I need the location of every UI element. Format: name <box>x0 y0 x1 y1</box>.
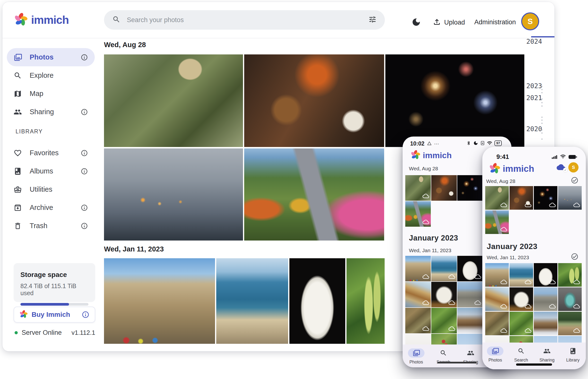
sidebar-item-archive[interactable]: Archive <box>7 199 95 217</box>
timeline-year-2023[interactable]: 2023 <box>526 82 542 90</box>
cloud-backup-icon <box>573 303 580 310</box>
sidebar-item-favorites[interactable]: Favorites <box>7 144 95 162</box>
photo-bust[interactable] <box>457 256 483 281</box>
photo-monkeys[interactable] <box>104 54 243 147</box>
photo-beach[interactable] <box>485 287 509 311</box>
cloud-icon <box>475 299 481 306</box>
sidebar-item-photos[interactable]: Photos <box>7 48 95 66</box>
photo-beach[interactable] <box>405 282 431 307</box>
nav-item-photos[interactable]: Photos <box>403 348 430 365</box>
photo-monkeys[interactable] <box>485 186 509 210</box>
photo-plant[interactable] <box>558 263 582 287</box>
photo-lizard2[interactable] <box>431 308 457 333</box>
photo-church[interactable] <box>534 312 557 335</box>
timeline-year-2020[interactable]: 2020 <box>526 125 542 133</box>
map-icon <box>14 90 22 98</box>
photo-table[interactable] <box>509 186 533 210</box>
photo-autumn[interactable] <box>244 148 384 240</box>
photo-table[interactable] <box>431 175 457 201</box>
people-icon <box>467 349 474 357</box>
photo-coast[interactable] <box>431 256 457 281</box>
timeline-scrubber[interactable]: 2024202320212020 <box>522 2 555 172</box>
info-icon <box>81 168 88 175</box>
people-icon <box>462 348 479 358</box>
photo-autumn[interactable] <box>485 210 509 234</box>
cloud-icon <box>501 327 507 334</box>
photo-table[interactable] <box>244 54 384 147</box>
sidebar-item-sharing[interactable]: Sharing <box>7 103 95 121</box>
photo-hands[interactable] <box>104 148 243 240</box>
photo-sculpture[interactable] <box>431 282 457 307</box>
photo-fortress[interactable] <box>485 263 509 287</box>
cloud-backup-icon <box>501 279 507 285</box>
photo-teapots[interactable] <box>558 287 582 311</box>
timeline-year-2021[interactable]: 2021 <box>526 94 542 102</box>
timeline-position-indicator[interactable] <box>531 36 555 37</box>
cloud-backup-icon <box>501 303 507 310</box>
cloud-icon <box>525 303 531 310</box>
people-icon <box>543 347 551 355</box>
sidebar-item-trash[interactable]: Trash <box>7 217 95 235</box>
cloud-icon <box>573 327 580 334</box>
info-icon[interactable] <box>81 222 88 230</box>
photo-autumn[interactable] <box>405 201 431 227</box>
photo-lizard1[interactable] <box>405 308 431 333</box>
sidebar-item-explore[interactable]: Explore <box>7 66 95 85</box>
photo-hands[interactable] <box>558 186 582 210</box>
photos-icon <box>413 349 420 357</box>
signal-icon <box>552 155 558 159</box>
nav-item-photos[interactable]: Photos <box>482 347 508 363</box>
cloud-icon <box>423 219 429 225</box>
timeline-tick <box>541 123 542 124</box>
buy-immich-button[interactable]: Buy Immich <box>14 307 95 323</box>
photo-church[interactable] <box>457 308 483 333</box>
info-icon[interactable] <box>81 54 88 61</box>
storage-progress-fill <box>20 303 69 306</box>
photo-monkeys[interactable] <box>405 175 431 201</box>
photo-plant[interactable] <box>347 258 385 344</box>
timeline-year-2024[interactable]: 2024 <box>526 38 542 45</box>
people-icon <box>539 347 555 356</box>
photo-row <box>485 210 509 234</box>
select-all-check-icon[interactable] <box>571 176 578 184</box>
nav-item-sharing[interactable]: Sharing <box>534 347 560 363</box>
cloud-sync-icon[interactable]: ✓ <box>556 163 566 172</box>
user-avatar[interactable]: S <box>568 162 578 173</box>
sidebar-item-map[interactable]: Map <box>7 85 95 103</box>
sidebar-item-albums[interactable]: Albums <box>7 162 95 180</box>
photo-fireworks[interactable] <box>534 186 557 210</box>
photos-icon <box>492 347 499 355</box>
info-icon[interactable] <box>81 108 88 116</box>
info-icon[interactable] <box>82 311 89 318</box>
photo-bust[interactable] <box>534 263 557 287</box>
photo-sculpture[interactable] <box>509 287 533 311</box>
nav-item-label: Sharing <box>540 358 555 363</box>
info-icon[interactable] <box>81 168 88 175</box>
nav-item-library[interactable]: Library <box>560 347 586 363</box>
photo-lizard1[interactable] <box>485 312 509 335</box>
select-all-check-icon[interactable] <box>571 253 578 260</box>
photo-coast[interactable] <box>216 258 288 344</box>
photo-fortress[interactable] <box>405 256 431 281</box>
photo-ruins[interactable] <box>457 282 483 307</box>
album-icon <box>14 167 22 175</box>
cloud-backup-icon <box>423 219 429 225</box>
photo-bust[interactable] <box>289 258 345 344</box>
immich-logo-flower <box>19 310 28 319</box>
photo-fortress[interactable] <box>104 258 215 344</box>
nav-item-search[interactable]: Search <box>508 347 534 363</box>
photo-ruins[interactable] <box>534 287 557 311</box>
photo-lizard2[interactable] <box>509 312 533 335</box>
photo-village[interactable] <box>558 312 582 335</box>
info-icon[interactable] <box>81 149 88 157</box>
photo-coast[interactable] <box>509 263 533 287</box>
sidebar-item-utilities[interactable]: Utilities <box>7 180 95 199</box>
heart-icon <box>14 149 22 157</box>
photo-fireworks[interactable] <box>457 175 483 201</box>
home-indicator <box>516 363 552 366</box>
immich-logo[interactable]: immich <box>14 13 69 27</box>
immich-wordmark: immich <box>31 13 69 27</box>
map-icon <box>14 90 22 98</box>
info-icon[interactable] <box>81 204 88 211</box>
photo-fireworks[interactable] <box>385 54 524 147</box>
